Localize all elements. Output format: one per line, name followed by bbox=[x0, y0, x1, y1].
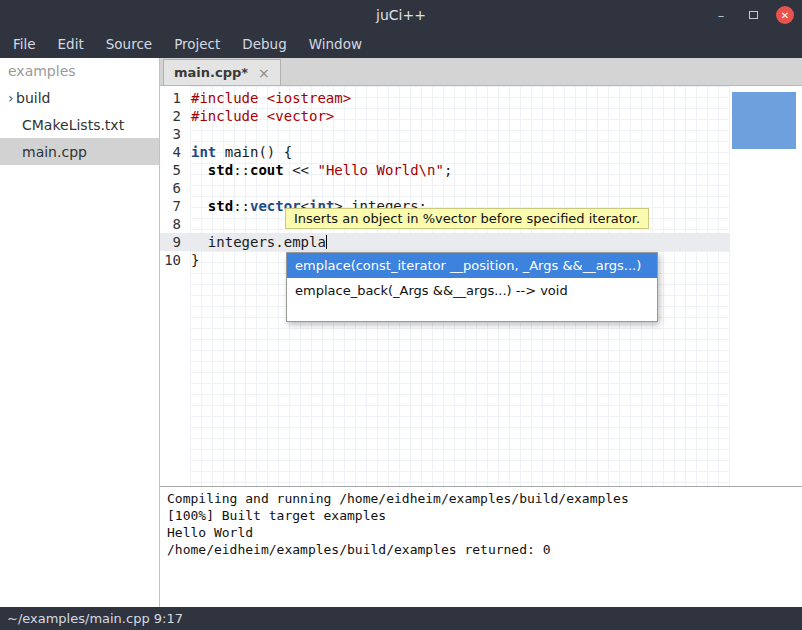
code-line-1[interactable]: 1#include <iostream> bbox=[160, 89, 730, 107]
close-icon: ✕ bbox=[781, 10, 789, 21]
status-bar: ~/examples/main.cpp 9:17 bbox=[0, 607, 802, 630]
line-code bbox=[185, 125, 191, 143]
code-lines: 1#include <iostream>2#include <vector>34… bbox=[160, 89, 730, 269]
window-title: juCi++ bbox=[376, 7, 426, 23]
menu-item-debug[interactable]: Debug bbox=[231, 30, 297, 58]
line-code: integers.empla bbox=[185, 233, 327, 251]
line-number: 4 bbox=[160, 143, 185, 161]
status-text: ~/examples/main.cpp 9:17 bbox=[7, 611, 183, 626]
line-number: 7 bbox=[160, 197, 185, 215]
code-editor[interactable]: 1#include <iostream>2#include <vector>34… bbox=[160, 86, 802, 486]
doc-tooltip: Inserts an object in %vector before spec… bbox=[285, 208, 649, 229]
tab-bar: main.cpp*× bbox=[160, 58, 802, 86]
text-cursor bbox=[326, 235, 327, 249]
menu-bar: FileEditSourceProjectDebugWindow bbox=[0, 30, 802, 58]
menu-item-project[interactable]: Project bbox=[163, 30, 231, 58]
chevron-right-icon: › bbox=[0, 90, 14, 106]
tab-label: main.cpp* bbox=[174, 65, 248, 80]
line-code bbox=[185, 179, 191, 197]
output-console: Compiling and running /home/eidheim/exam… bbox=[160, 486, 802, 607]
code-line-6[interactable]: 6 bbox=[160, 179, 730, 197]
sidebar-item-label: build bbox=[14, 90, 50, 106]
autocomplete-popup: emplace(const_iterator __position, _Args… bbox=[286, 252, 658, 322]
menu-item-source[interactable]: Source bbox=[95, 30, 163, 58]
file-tree-root-label: examples bbox=[0, 58, 159, 84]
code-line-2[interactable]: 2#include <vector> bbox=[160, 107, 730, 125]
line-number: 1 bbox=[160, 89, 185, 107]
menu-item-edit[interactable]: Edit bbox=[47, 30, 95, 58]
line-number: 3 bbox=[160, 125, 185, 143]
scrollbar-thumb[interactable] bbox=[732, 92, 796, 149]
line-code: int main() { bbox=[185, 143, 292, 161]
line-number: 10 bbox=[160, 251, 185, 269]
window-controls: – ✕ bbox=[712, 0, 794, 30]
file-tree: ›buildCMakeLists.txtmain.cpp bbox=[0, 84, 159, 165]
editor-column: main.cpp*× 1#include <iostream>2#include… bbox=[160, 58, 802, 607]
console-line: /home/eidheim/examples/build/examples re… bbox=[167, 541, 802, 558]
line-number: 2 bbox=[160, 107, 185, 125]
code-line-3[interactable]: 3 bbox=[160, 125, 730, 143]
line-code: } bbox=[185, 251, 199, 269]
line-code: #include <iostream> bbox=[185, 89, 351, 107]
sidebar-item-build[interactable]: ›build bbox=[0, 84, 159, 111]
sidebar-item-cmakelists-txt[interactable]: CMakeLists.txt bbox=[0, 111, 159, 138]
completion-item[interactable]: emplace_back(_Args &&__args...) --> void bbox=[287, 278, 657, 303]
menu-item-window[interactable]: Window bbox=[298, 30, 373, 58]
code-line-5[interactable]: 5 std::cout << "Hello World\n"; bbox=[160, 161, 730, 179]
code-line-4[interactable]: 4int main() { bbox=[160, 143, 730, 161]
file-tree-panel: examples ›buildCMakeLists.txtmain.cpp bbox=[0, 58, 160, 607]
sidebar-item-label: main.cpp bbox=[0, 144, 87, 160]
app-window: juCi++ – ✕ FileEditSourceProjectDebugWin… bbox=[0, 0, 802, 630]
tab-close-icon[interactable]: × bbox=[258, 65, 270, 81]
line-number: 8 bbox=[160, 215, 185, 233]
line-code: std::cout << "Hello World\n"; bbox=[185, 161, 452, 179]
console-line: [100%] Built target examples bbox=[167, 507, 802, 524]
console-line: Hello World bbox=[167, 524, 802, 541]
close-button[interactable]: ✕ bbox=[776, 6, 794, 24]
menu-item-file[interactable]: File bbox=[2, 30, 47, 58]
code-line-9[interactable]: 9 integers.empla bbox=[160, 233, 730, 251]
completion-item[interactable]: emplace(const_iterator __position, _Args… bbox=[287, 253, 657, 278]
line-number: 9 bbox=[160, 233, 185, 251]
minimize-button[interactable]: – bbox=[712, 6, 730, 24]
restore-icon bbox=[749, 11, 758, 19]
minimize-icon: – bbox=[718, 8, 725, 23]
title-bar[interactable]: juCi++ – ✕ bbox=[0, 0, 802, 30]
line-number: 5 bbox=[160, 161, 185, 179]
line-number: 6 bbox=[160, 179, 185, 197]
sidebar-item-main-cpp[interactable]: main.cpp bbox=[0, 138, 159, 165]
restore-button[interactable] bbox=[744, 6, 762, 24]
line-code: #include <vector> bbox=[185, 107, 334, 125]
console-line: Compiling and running /home/eidheim/exam… bbox=[167, 490, 802, 507]
tab-main-cpp[interactable]: main.cpp*× bbox=[163, 59, 281, 85]
sidebar-item-label: CMakeLists.txt bbox=[0, 117, 124, 133]
line-code bbox=[185, 215, 191, 233]
editor-scrollbar[interactable] bbox=[730, 86, 802, 486]
